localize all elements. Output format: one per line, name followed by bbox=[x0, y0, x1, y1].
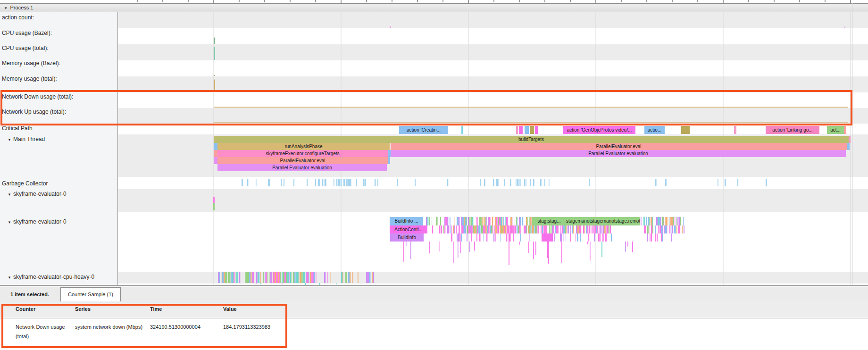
sliver-main-thread-row-1[interactable] bbox=[849, 136, 851, 143]
thread-name: skyframe-evaluator-0 bbox=[13, 191, 67, 197]
sliver-critical-path[interactable] bbox=[530, 126, 534, 134]
track-row-stripe bbox=[118, 212, 868, 272]
slice-critical-path[interactable]: action 'Linking go... bbox=[766, 126, 819, 134]
slice-main-thread-row-3[interactable]: Parallel Evaluator evaluation bbox=[391, 150, 846, 157]
sliver-main-thread-row-2[interactable] bbox=[847, 143, 850, 150]
slice-main-thread-row-1[interactable]: buildTargets bbox=[214, 136, 849, 143]
sidebar-counter-label: Memory usage (Bazel): bbox=[2, 60, 60, 67]
collapse-triangle-icon[interactable]: ▾ bbox=[6, 192, 13, 197]
network-rows-highlight bbox=[0, 90, 852, 125]
thread-name: Garbage Collector bbox=[2, 180, 48, 187]
slice-critical-path[interactable]: actio... bbox=[644, 126, 665, 134]
collapse-triangle-icon[interactable]: ▾ bbox=[5, 6, 7, 10]
sliver-main-thread-row-3[interactable] bbox=[214, 150, 217, 157]
selection-status: 1 item selected. bbox=[10, 292, 49, 297]
sidebar-counter-label: Memory usage (total): bbox=[2, 75, 57, 82]
thread-name: skyframe-evaluator-cpu-heavy-0 bbox=[13, 274, 94, 280]
slice-critical-path[interactable]: act... bbox=[827, 126, 844, 134]
collapse-triangle-icon[interactable]: ▾ bbox=[6, 220, 13, 225]
tab-strip bbox=[0, 287, 868, 301]
collapse-triangle-icon[interactable]: ▾ bbox=[6, 275, 13, 280]
sidebar-thread-label[interactable]: ▾skyframe-evaluator-0 bbox=[6, 218, 67, 225]
sliver-critical-path[interactable] bbox=[681, 126, 690, 134]
sliver-critical-path[interactable] bbox=[535, 126, 538, 134]
sliver-critical-path[interactable] bbox=[844, 126, 846, 134]
process-header[interactable]: ▾Process 1 bbox=[0, 3, 868, 12]
sliver-main-thread-row-4[interactable] bbox=[388, 157, 390, 164]
track-row-stripe bbox=[118, 28, 868, 44]
sliver-critical-path[interactable] bbox=[734, 126, 736, 134]
slice-main-thread-row-4[interactable]: ParallelEvaluator.eval bbox=[217, 157, 388, 164]
slice-main-thread-row-3[interactable]: skyframeExecutor.configureTargets bbox=[217, 150, 388, 157]
sliver-skyframe-evaluator-0-first-b[interactable] bbox=[213, 203, 215, 210]
slice-critical-path[interactable]: action 'Creatin... bbox=[399, 126, 448, 134]
sliver-critical-path[interactable] bbox=[461, 126, 463, 134]
sidebar-counter-label: action count: bbox=[2, 14, 34, 21]
thread-name: Main Thread bbox=[13, 136, 45, 142]
sidebar-thread-label[interactable]: ▾skyframe-evaluator-0 bbox=[6, 191, 67, 197]
sliver-skyframe-evaluator-0-second-row-3[interactable] bbox=[542, 233, 553, 242]
sliver-critical-path[interactable] bbox=[516, 126, 518, 134]
track-row-stripe bbox=[118, 189, 868, 212]
tab-counter-sample[interactable]: Counter Sample (1) bbox=[60, 287, 121, 301]
track-row-stripe bbox=[118, 272, 868, 283]
sliver-skyframe-evaluator-0-first[interactable] bbox=[213, 197, 215, 203]
sidebar-thread-label[interactable]: Garbage Collector bbox=[2, 180, 48, 187]
slice-skyframe-evaluator-0-second-row-2[interactable]: ActionConti... bbox=[390, 225, 427, 233]
track-sidebar: action count:CPU usage (Bazel):CPU usage… bbox=[0, 12, 118, 286]
trace-viewer: ▾Process 1 action 'Creatin...action 'Gen… bbox=[0, 0, 868, 350]
sidebar-thread-label[interactable]: ▾Main Thread bbox=[6, 136, 45, 142]
sidebar-counter-label: CPU usage (Bazel): bbox=[2, 30, 52, 36]
slice-main-thread-row-2[interactable]: ParallelEvaluator.eval bbox=[391, 143, 847, 150]
track-row-stripe bbox=[118, 177, 868, 189]
slice-skyframe-evaluator-0-second-row-1[interactable]: stag;stag... bbox=[532, 217, 566, 225]
track-row-stripe bbox=[118, 44, 868, 60]
thread-name: Critical Path bbox=[2, 125, 33, 132]
sidebar-thread-label[interactable]: ▾skyframe-evaluator-cpu-heavy-0 bbox=[6, 274, 94, 280]
sliver-main-thread-row-4[interactable] bbox=[214, 157, 217, 164]
slice-main-thread-row-2[interactable]: runAnalysisPhase bbox=[217, 143, 390, 150]
process-title: Process 1 bbox=[10, 5, 33, 10]
counter-table-highlight bbox=[1, 304, 287, 348]
sliver-main-thread-row-2[interactable] bbox=[214, 143, 217, 150]
slice-main-thread-row-5[interactable]: Parallel Evaluator evaluation bbox=[217, 164, 387, 171]
sliver-critical-path[interactable] bbox=[525, 126, 529, 134]
slice-skyframe-evaluator-0-second-row-1[interactable]: BuildInfo ... bbox=[390, 217, 423, 225]
slice-critical-path[interactable]: action 'GenObjcProtos video/... bbox=[563, 126, 635, 134]
time-ruler[interactable] bbox=[0, 0, 868, 3]
thread-name: skyframe-evaluator-0 bbox=[13, 218, 67, 225]
slice-skyframe-evaluator-0-second-row-1[interactable]: stagemanotstagemanotstage.remot... bbox=[566, 217, 640, 225]
track-row-stripe bbox=[118, 12, 868, 28]
collapse-triangle-icon[interactable]: ▾ bbox=[6, 137, 13, 142]
sliver-critical-path[interactable] bbox=[519, 126, 523, 134]
sidebar-thread-label[interactable]: Critical Path bbox=[2, 125, 33, 132]
slice-skyframe-evaluator-0-second-row-3[interactable]: BuildInfo bbox=[390, 233, 424, 242]
sidebar-counter-label: CPU usage (total): bbox=[2, 45, 49, 51]
track-row-stripe bbox=[118, 60, 868, 76]
